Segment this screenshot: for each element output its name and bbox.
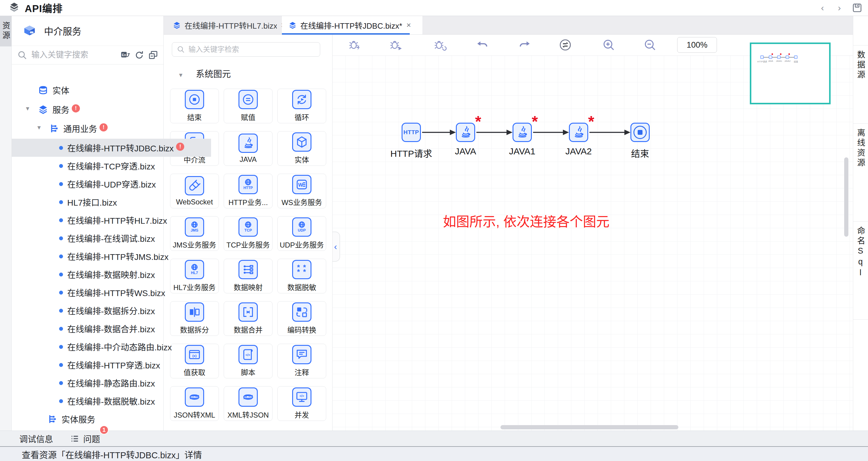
svg-text:XML-Json: XML-Json — [243, 396, 253, 398]
debug-start-icon[interactable] — [348, 38, 362, 52]
node-java2[interactable]: * JAVA2 — [569, 123, 588, 142]
close-tab-icon[interactable]: × — [406, 21, 411, 30]
node-java[interactable]: * JAVA — [456, 123, 475, 142]
cube-icon — [292, 132, 311, 152]
issues-count-badge: 1 — [99, 425, 108, 434]
tree-item-group-general[interactable]: ▾ 通用业务 ! — [11, 119, 201, 137]
encoding-convert-icon — [292, 302, 311, 322]
rail-tab-offline-resource[interactable]: 离线资源 — [853, 124, 868, 222]
refresh-icon[interactable] — [134, 50, 144, 60]
palette-item-loop[interactable]: 循环 — [277, 89, 326, 123]
auto-layout-icon[interactable] — [559, 38, 572, 52]
nav-back-icon[interactable]: ‹ — [818, 1, 827, 15]
rail-tab-resource[interactable]: 资源 — [0, 16, 11, 47]
layers-icon — [38, 104, 48, 115]
tab-http-jdbc[interactable]: 在线编排-HTTP转JDBC.bizx* × — [282, 16, 423, 34]
canvas-annotation[interactable]: 如图所示, 依次连接各个图元 — [443, 211, 609, 230]
tree-file[interactable]: 在线编排-中介动态路由.bizx — [11, 338, 211, 356]
tree-file[interactable]: 在线编排-HTTP转WS.bizx — [11, 283, 211, 302]
status-bar: 查看资源「在线编排-HTTP转JDBC.bizx」详情 — [0, 446, 868, 461]
horizontal-scrollbar[interactable] — [500, 425, 678, 429]
tree-file[interactable]: 在线编排-HTTP转JMS.bizx — [11, 247, 211, 265]
translate-icon[interactable]: En — [121, 50, 130, 60]
http-node-icon: HTTP — [402, 123, 421, 142]
zoom-out-icon[interactable] — [643, 38, 657, 52]
comment-icon — [292, 345, 311, 364]
zoom-level-control[interactable]: 100% — [677, 37, 717, 53]
end-node-icon — [630, 123, 650, 142]
bizx-file-icon — [288, 21, 297, 29]
debug-info-button[interactable]: 调试信息 — [19, 433, 53, 445]
palette-item-tcp-service[interactable]: TCP TCP业务服务 — [224, 216, 273, 251]
vertical-scrollbar[interactable] — [844, 157, 848, 237]
tab-http-hl7[interactable]: 在线编排-HTTP转HL7.bizx × — [166, 16, 291, 34]
palette-item-comment[interactable]: 注释 — [277, 344, 326, 378]
bottom-panel-bar: 调试信息 问题 1 — [0, 431, 868, 447]
tree-file[interactable]: 在线编排-数据脱敏.bizx — [11, 392, 211, 410]
save-icon[interactable] — [852, 2, 863, 13]
palette-item-script[interactable]: </> 脚本 — [224, 344, 273, 378]
rail-tab-named-sql[interactable]: 命名Sql — [853, 222, 868, 319]
minimap[interactable]: HTTP请求 JAVA JAVA1 JAVA2 结束 — [750, 42, 831, 104]
debug-run-icon[interactable] — [389, 38, 402, 52]
tree-item-entity[interactable]: 实体 — [11, 81, 190, 99]
node-end[interactable]: 结束 — [630, 123, 650, 142]
tree-file[interactable]: HL7接口.bizx — [11, 193, 211, 211]
collapse-panels-icon[interactable] — [148, 50, 158, 60]
minimap-node — [786, 56, 789, 59]
tree-file[interactable]: 在线编排-数据映射.bizx — [11, 265, 211, 283]
palette-item-entity[interactable]: 实体 — [277, 131, 326, 166]
svg-text:HTTP: HTTP — [243, 186, 253, 190]
redo-icon[interactable] — [518, 38, 531, 52]
tree-file-http-jdbc[interactable]: 在线编排-HTTP转JDBC.bizx ! — [11, 139, 211, 157]
palette-item-data-mapping[interactable]: 数据映射 — [224, 259, 273, 294]
app-logo-icon — [8, 1, 21, 14]
sidebar-panel-title: 中介服务 — [44, 24, 82, 37]
tree-file[interactable]: 在线编排-在线调试.bizx — [11, 229, 211, 247]
palette-item-http-service[interactable]: HTTP HTTP业务... — [224, 174, 273, 208]
caret-down-icon[interactable]: ▾ — [37, 124, 41, 131]
minimap-node — [769, 56, 772, 59]
palette-search-input[interactable] — [188, 45, 315, 54]
java-icon — [239, 133, 258, 153]
palette-item-assign[interactable]: 赋值 — [224, 89, 273, 123]
right-rail: 数据源 离线资源 命名Sql — [853, 16, 868, 431]
file-bullet-icon — [59, 273, 63, 276]
debug-step-icon[interactable] — [434, 38, 447, 52]
tree-file[interactable]: 在线编排-数据合并.bizx — [11, 319, 211, 338]
tree-item-service[interactable]: ▾ 服务 ! — [11, 100, 190, 119]
tree-file[interactable]: 在线编排-数据拆分.bizx — [11, 302, 211, 319]
canvas-grid[interactable]: HTTP HTTP请求 * JAVA * JAVA1 * JAVA2 结束 — [332, 56, 853, 431]
palette-item-encoding-convert[interactable]: 编码转换 — [277, 301, 326, 336]
minimap-connector — [789, 57, 794, 58]
palette-item-udp-service[interactable]: UDP UDP业务服务 — [277, 216, 326, 251]
palette-collapse-handle[interactable]: ‹ — [332, 232, 340, 262]
issues-button[interactable]: 问题 1 — [70, 433, 100, 445]
tree-file[interactable]: 在线编排-UDP穿透.bizx — [11, 175, 211, 193]
palette-item-java[interactable]: JAVA — [224, 131, 273, 166]
palette-item-xml-to-json[interactable]: XML-Json XML转JSON — [224, 386, 273, 421]
palette-section-header[interactable]: ▾ 系统图元 — [163, 67, 332, 80]
svg-text:UDP: UDP — [298, 228, 306, 233]
flow-icon — [47, 414, 57, 424]
sidebar-search-row: En — [11, 46, 163, 64]
tree-file[interactable]: 在线编排-HTTP穿透.bizx — [11, 356, 211, 374]
nav-forward-icon[interactable]: › — [835, 1, 844, 15]
node-http-request[interactable]: HTTP HTTP请求 — [402, 123, 421, 142]
palette-item-ws-service[interactable]: W WS业务服务 — [277, 174, 326, 208]
tree-file[interactable]: 在线编排-静态路由.bizx — [11, 374, 211, 392]
java-node-icon — [569, 123, 588, 142]
sidebar-panel-header: 中介服务 — [11, 16, 163, 46]
rail-tab-datasource[interactable]: 数据源 — [853, 45, 868, 124]
sidebar-search-input[interactable] — [31, 50, 116, 60]
undo-icon[interactable] — [476, 38, 489, 52]
palette-item-data-merge[interactable]: 数据合并 — [224, 301, 273, 336]
tree-file[interactable]: 在线编排-HTTP转HL7.bizx — [11, 211, 211, 229]
zoom-in-icon[interactable] — [602, 38, 615, 52]
palette-item-concurrent[interactable]: </> 并发 — [277, 386, 326, 421]
node-java1[interactable]: * JAVA1 — [513, 123, 532, 142]
flow-canvas[interactable]: 100% HTTP HTTP请求 * JAVA — [332, 34, 853, 431]
caret-down-icon[interactable]: ▾ — [26, 104, 29, 113]
palette-item-data-masking[interactable]: * ** * 数据脱敏 — [277, 259, 326, 294]
tree-file[interactable]: 在线编排-TCP穿透.bizx — [11, 157, 211, 175]
